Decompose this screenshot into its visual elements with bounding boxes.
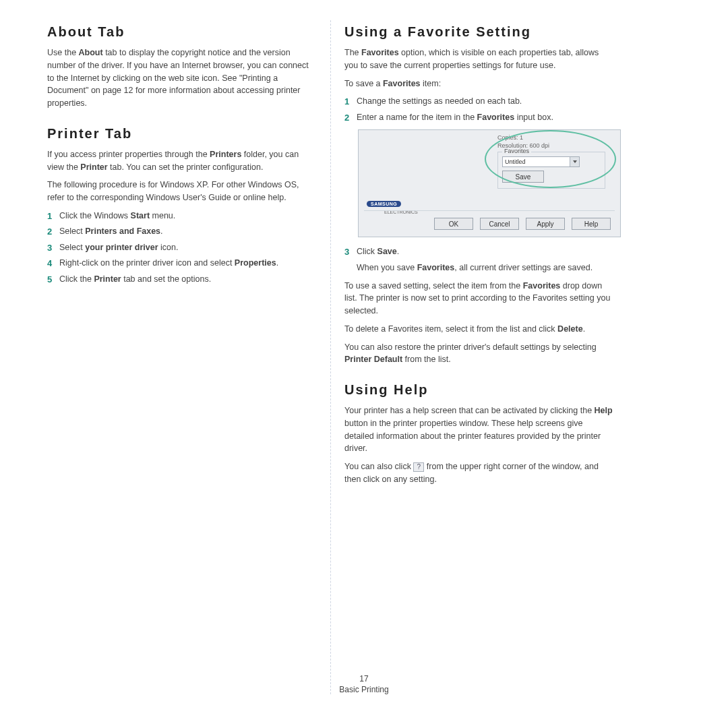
favorites-legend: Favorites	[502, 148, 531, 154]
favorites-dropdown[interactable]: Untitled	[502, 156, 580, 167]
page-number: 17	[0, 674, 728, 684]
favorites-selected-value: Untitled	[505, 158, 526, 165]
list-item: 4Right-click on the printer driver icon …	[47, 257, 317, 270]
right-column: Using a Favorite Setting The Favorites o…	[331, 20, 628, 694]
list-item: 5Click the Printer tab and set the optio…	[47, 273, 317, 286]
favorites-restore-default: You can also restore the printer driver'…	[344, 341, 614, 367]
ok-button[interactable]: OK	[434, 218, 473, 230]
section-title: Basic Printing	[0, 685, 728, 694]
heading-favorite-setting: Using a Favorite Setting	[344, 24, 614, 40]
favorites-save-lead: To save a Favorites item:	[344, 78, 614, 90]
list-item: 3Click Save.	[344, 245, 614, 259]
apply-button[interactable]: Apply	[526, 218, 565, 230]
list-item: 1Change the settings as needed on each t…	[344, 95, 614, 109]
help-paragraph-2: You can also click ? from the upper righ…	[344, 460, 614, 486]
favorites-steps-1-2: 1Change the settings as needed on each t…	[344, 95, 614, 124]
brand-logo: SAMSUNG ELECTRONICS	[367, 201, 401, 207]
favorites-intro: The Favorites option, which is visible o…	[344, 47, 614, 72]
copies-info: Copies: 1	[497, 134, 605, 141]
heading-using-help: Using Help	[344, 382, 614, 398]
printer-tab-steps: 1Click the Windows Start menu. 2Select P…	[47, 210, 317, 286]
favorites-use-saved: To use a saved setting, select the item …	[344, 280, 614, 317]
save-button[interactable]: Save	[502, 171, 544, 183]
favorites-step-3: 3Click Save.	[344, 245, 614, 259]
left-column: About Tab Use the About tab to display t…	[34, 20, 330, 694]
help-button[interactable]: Help	[572, 218, 611, 230]
list-item: 2Enter a name for the item in the Favori…	[344, 111, 614, 125]
printer-tab-os-note: The following procedure is for Windows X…	[47, 179, 317, 204]
favorites-delete: To delete a Favorites item, select it fr…	[344, 323, 614, 336]
page-footer: 17 Basic Printing	[0, 674, 728, 694]
favorites-screenshot: Copies: 1 Resolution: 600 dpi Favorites …	[358, 129, 621, 237]
favorites-groupbox: Favorites Untitled Save	[497, 152, 605, 189]
favorites-step-3-note: When you save Favorites, all current dri…	[344, 262, 614, 274]
printer-tab-intro: If you access printer properties through…	[47, 148, 317, 174]
cancel-button[interactable]: Cancel	[480, 218, 519, 230]
chevron-down-icon[interactable]	[570, 157, 579, 166]
list-item: 2Select Printers and Faxes.	[47, 225, 317, 239]
about-tab-paragraph: Use the About tab to display the copyrig…	[47, 47, 317, 110]
list-item: 3Select your printer driver icon.	[47, 241, 317, 255]
heading-printer-tab: Printer Tab	[47, 126, 317, 142]
heading-about-tab: About Tab	[47, 24, 317, 40]
question-mark-icon: ?	[413, 462, 424, 472]
help-paragraph-1: Your printer has a help screen that can …	[344, 404, 614, 455]
list-item: 1Click the Windows Start menu.	[47, 210, 317, 223]
